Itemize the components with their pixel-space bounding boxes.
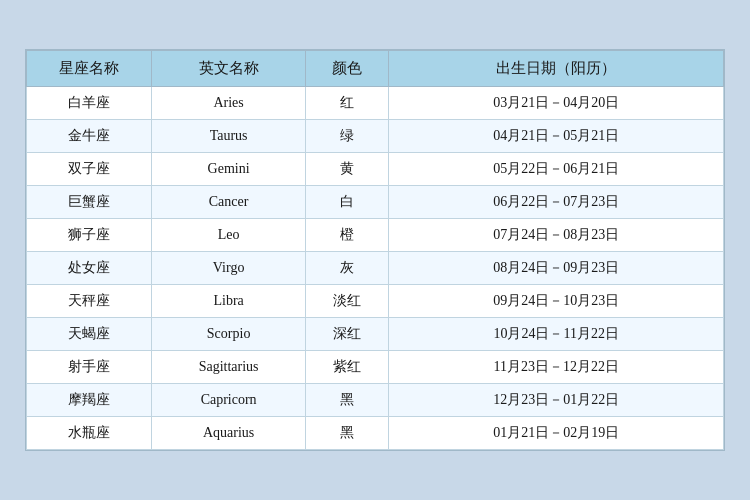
cell-english: Cancer [152,186,305,219]
cell-color: 黑 [305,384,389,417]
table-row: 白羊座Aries红03月21日－04月20日 [27,87,724,120]
table-row: 狮子座Leo橙07月24日－08月23日 [27,219,724,252]
cell-english: Scorpio [152,318,305,351]
cell-english: Gemini [152,153,305,186]
table-row: 巨蟹座Cancer白06月22日－07月23日 [27,186,724,219]
table-row: 处女座Virgo灰08月24日－09月23日 [27,252,724,285]
table-row: 天秤座Libra淡红09月24日－10月23日 [27,285,724,318]
cell-chinese: 处女座 [27,252,152,285]
cell-color: 红 [305,87,389,120]
cell-color: 橙 [305,219,389,252]
cell-date: 12月23日－01月22日 [389,384,724,417]
header-english: 英文名称 [152,51,305,87]
cell-chinese: 水瓶座 [27,417,152,450]
header-chinese: 星座名称 [27,51,152,87]
cell-english: Libra [152,285,305,318]
cell-chinese: 双子座 [27,153,152,186]
cell-date: 07月24日－08月23日 [389,219,724,252]
cell-english: Leo [152,219,305,252]
cell-date: 03月21日－04月20日 [389,87,724,120]
cell-english: Sagittarius [152,351,305,384]
cell-date: 01月21日－02月19日 [389,417,724,450]
cell-date: 05月22日－06月21日 [389,153,724,186]
cell-chinese: 天秤座 [27,285,152,318]
cell-color: 黄 [305,153,389,186]
table-row: 天蝎座Scorpio深红10月24日－11月22日 [27,318,724,351]
table-header-row: 星座名称 英文名称 颜色 出生日期（阳历） [27,51,724,87]
cell-color: 白 [305,186,389,219]
cell-date: 11月23日－12月22日 [389,351,724,384]
table-row: 双子座Gemini黄05月22日－06月21日 [27,153,724,186]
cell-english: Aquarius [152,417,305,450]
cell-color: 淡红 [305,285,389,318]
table-row: 射手座Sagittarius紫红11月23日－12月22日 [27,351,724,384]
cell-chinese: 摩羯座 [27,384,152,417]
cell-english: Virgo [152,252,305,285]
cell-chinese: 射手座 [27,351,152,384]
cell-date: 06月22日－07月23日 [389,186,724,219]
cell-color: 紫红 [305,351,389,384]
cell-english: Taurus [152,120,305,153]
cell-color: 灰 [305,252,389,285]
zodiac-table-container: 星座名称 英文名称 颜色 出生日期（阳历） 白羊座Aries红03月21日－04… [25,49,725,451]
cell-date: 10月24日－11月22日 [389,318,724,351]
cell-color: 黑 [305,417,389,450]
table-row: 金牛座Taurus绿04月21日－05月21日 [27,120,724,153]
cell-english: Aries [152,87,305,120]
cell-chinese: 巨蟹座 [27,186,152,219]
table-row: 水瓶座Aquarius黑01月21日－02月19日 [27,417,724,450]
cell-english: Capricorn [152,384,305,417]
cell-color: 深红 [305,318,389,351]
table-body: 白羊座Aries红03月21日－04月20日金牛座Taurus绿04月21日－0… [27,87,724,450]
cell-date: 08月24日－09月23日 [389,252,724,285]
zodiac-table: 星座名称 英文名称 颜色 出生日期（阳历） 白羊座Aries红03月21日－04… [26,50,724,450]
cell-color: 绿 [305,120,389,153]
cell-chinese: 天蝎座 [27,318,152,351]
cell-chinese: 金牛座 [27,120,152,153]
cell-date: 09月24日－10月23日 [389,285,724,318]
cell-chinese: 狮子座 [27,219,152,252]
header-date: 出生日期（阳历） [389,51,724,87]
cell-date: 04月21日－05月21日 [389,120,724,153]
cell-chinese: 白羊座 [27,87,152,120]
header-color: 颜色 [305,51,389,87]
table-row: 摩羯座Capricorn黑12月23日－01月22日 [27,384,724,417]
